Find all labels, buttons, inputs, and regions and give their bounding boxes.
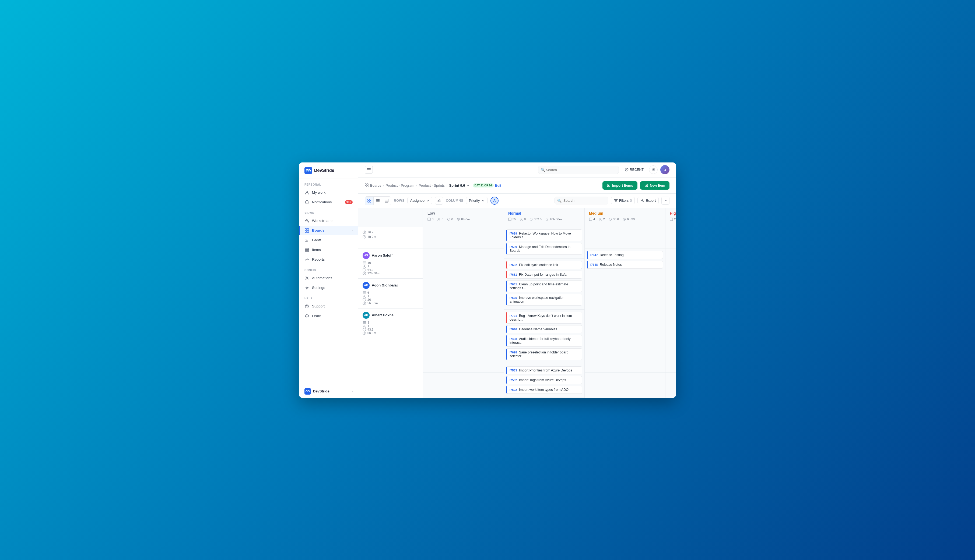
normal-people-value: 8 — [524, 218, 526, 221]
col-stats-normal: 35 8 362.5 — [508, 218, 580, 223]
svg-rect-5 — [305, 228, 307, 230]
assignee-filter-avatar[interactable] — [490, 197, 498, 205]
new-item-button[interactable]: New Item — [640, 181, 669, 190]
medium-time-stat: 6h 30m — [623, 218, 637, 221]
col-title-high: High — [670, 211, 676, 215]
svg-rect-49 — [363, 293, 366, 294]
swap-rows-cols-button[interactable] — [435, 197, 443, 205]
svg-rect-34 — [376, 199, 380, 200]
theme-toggle-button[interactable]: ☀ — [649, 165, 657, 174]
unassigned-time-value: 4h 0m — [368, 235, 376, 238]
low-agon-cell — [423, 297, 503, 340]
sidebar-item-my-work[interactable]: My work — [299, 188, 358, 197]
sidebar-logo[interactable]: DevStride — [299, 162, 358, 179]
view-list-button[interactable] — [374, 197, 382, 205]
sidebar-item-workstreams[interactable]: Workstreams — [299, 216, 358, 226]
aaron-points-value: 64.9 — [368, 268, 373, 272]
sidebar-item-reports[interactable]: Reports — [299, 255, 358, 264]
card-title-i7652: Fix edit cycle cadence link — [519, 263, 558, 267]
svg-rect-31 — [370, 199, 371, 200]
normal-points-value: 362.5 — [534, 218, 542, 221]
view-board-button[interactable] — [365, 197, 374, 205]
card-i7651[interactable]: I7651 Fix DateInput for ranges in Safari — [506, 271, 582, 279]
expand-sidebar-button[interactable] — [365, 166, 373, 174]
svg-rect-36 — [376, 202, 380, 202]
export-button[interactable]: Export — [637, 197, 659, 204]
card-i7602[interactable]: I7602 Import work item types from ADO — [506, 386, 582, 394]
config-section-label: CONFIG — [299, 264, 358, 273]
sidebar-item-boards[interactable]: Boards › — [299, 226, 358, 235]
normal-unassigned-cell: I7629 Refactor Workspace: How to Move Fo… — [504, 227, 584, 259]
recent-button[interactable]: RECENT — [622, 167, 646, 173]
svg-rect-35 — [376, 200, 380, 201]
boards-breadcrumb-icon — [365, 183, 368, 187]
card-i7647[interactable]: I7647 Release Testing — [587, 251, 663, 259]
sidebar-item-gantt[interactable]: Gantt — [299, 235, 358, 245]
card-i7631[interactable]: I7631 Clean up point and time estimate s… — [506, 280, 582, 292]
rows-select[interactable]: Assignee — [407, 197, 432, 204]
svg-rect-67 — [589, 218, 592, 220]
columns-select[interactable]: Priority — [466, 197, 487, 204]
card-i7589[interactable]: I7589 Manage and Edit Dependencies in Bo… — [506, 243, 582, 255]
aaron-people-stat: 1 — [363, 265, 418, 268]
toolbar-search-input[interactable] — [555, 197, 609, 204]
card-i7438[interactable]: I7438 Audit sidebar for full keyboard on… — [506, 335, 582, 347]
normal-aaron-cell: I7652 Fix edit cycle cadence link I7651 … — [504, 259, 584, 310]
card-i7628[interactable]: I7628 Sane preselection in folder board … — [506, 348, 582, 360]
sidebar-item-settings[interactable]: Settings — [299, 283, 358, 293]
sidebar-item-learn[interactable]: Learn — [299, 311, 358, 321]
sidebar-item-items[interactable]: Items — [299, 245, 358, 255]
topbar-search-input[interactable] — [538, 166, 619, 174]
card-i7648[interactable]: I7648 Release Notes — [587, 261, 663, 269]
svg-point-16 — [306, 287, 308, 288]
breadcrumb-sep-2: › — [416, 183, 417, 187]
card-i7532[interactable]: I7532 Import Tags from Azure Devops — [506, 376, 582, 384]
notifications-badge: 99+ — [345, 200, 353, 204]
breadcrumb-sprints[interactable]: Product - Sprints — [418, 183, 445, 187]
column-medium: Medium 4 2 35 — [584, 208, 665, 398]
breadcrumb-program[interactable]: Product - Program — [386, 183, 414, 187]
sidebar-item-notifications[interactable]: Notifications 99+ — [299, 197, 358, 207]
svg-rect-33 — [370, 201, 371, 202]
filters-button[interactable]: Filters 0 — [611, 197, 635, 204]
card-i7652[interactable]: I7652 Fix edit cycle cadence link — [506, 261, 582, 269]
albert-row-header: AH Albert Hoxha 3 1 4 — [358, 308, 423, 338]
more-options-button[interactable] — [661, 197, 669, 205]
albert-items-value: 3 — [368, 321, 369, 324]
col-header-high: High 2 1 — [666, 208, 676, 227]
card-i7646[interactable]: I7646 Cadence Name Variables — [506, 325, 582, 333]
svg-rect-7 — [305, 231, 307, 232]
svg-rect-22 — [367, 171, 371, 171]
card-i7629[interactable]: I7629 Refactor Workspace: How to Move Fo… — [506, 230, 582, 241]
card-title-i7589: Manage and Edit Dependencies in Boards — [510, 245, 570, 253]
breadcrumb-boards[interactable]: Boards — [370, 183, 381, 187]
notifications-label: Notifications — [312, 200, 332, 204]
card-id-i7646: I7646 — [510, 328, 517, 331]
card-title-i7532: Import Tags from Azure Devops — [519, 378, 566, 382]
svg-rect-24 — [365, 184, 366, 185]
breadcrumb-sep-1: › — [383, 183, 384, 187]
sprint-dropdown-icon[interactable] — [467, 184, 470, 187]
sidebar-bottom[interactable]: DevStride › — [299, 385, 358, 398]
user-avatar[interactable]: U — [660, 165, 669, 174]
support-icon — [304, 304, 309, 309]
edit-sprint-link[interactable]: Edit — [495, 183, 501, 187]
import-items-button[interactable]: Import Items — [602, 181, 637, 190]
card-i7533[interactable]: I7533 Import Priorities from Azure Devop… — [506, 366, 582, 374]
card-i7721[interactable]: I7721 Bug - Arrow Keys don't work in ite… — [506, 312, 582, 323]
card-i7625[interactable]: I7625 Improve workspace navigation anima… — [506, 294, 582, 305]
card-id-i7648: I7648 — [590, 263, 598, 266]
settings-label: Settings — [312, 286, 325, 290]
svg-rect-47 — [363, 291, 366, 292]
col-title-medium: Medium — [589, 211, 661, 215]
view-toggle — [365, 197, 391, 205]
sprint-day-badge: DAY 11 OF 14 — [473, 183, 494, 187]
sidebar-item-support[interactable]: Support — [299, 302, 358, 311]
normal-agon-cell: I7721 Bug - Arrow Keys don't work in ite… — [504, 310, 584, 364]
low-unassigned-cell — [423, 227, 503, 249]
toolbar-search-wrapper: 🔍 — [555, 197, 609, 204]
albert-points-value: 43.3 — [368, 328, 373, 331]
sidebar-item-automations[interactable]: Automations — [299, 273, 358, 283]
view-table-button[interactable] — [382, 197, 391, 205]
page-header-actions: Import Items New Item — [602, 181, 669, 190]
